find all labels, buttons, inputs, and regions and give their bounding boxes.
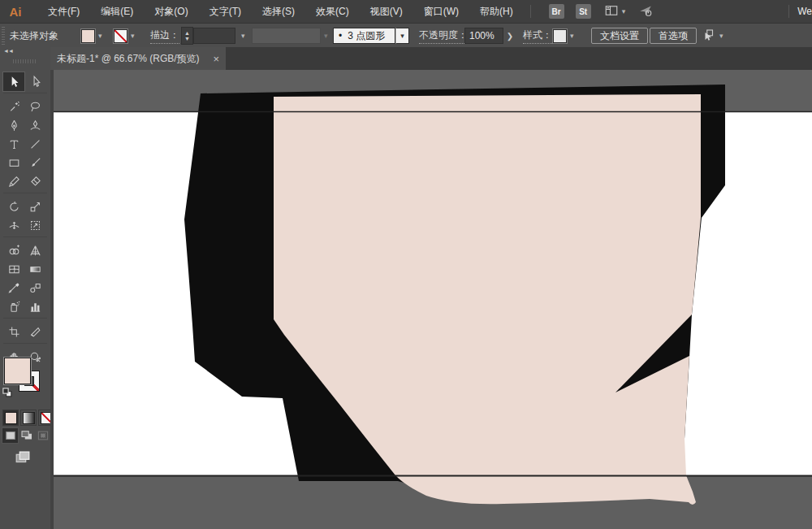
menu-item-window[interactable]: 窗口(W) xyxy=(413,0,469,24)
menu-item-select[interactable]: 选择(S) xyxy=(252,0,305,24)
stepper-up-icon[interactable]: ▲ xyxy=(184,30,190,36)
launch-button[interactable] xyxy=(638,3,653,20)
screen-mode-icon[interactable] xyxy=(14,449,35,466)
panel-grip[interactable] xyxy=(2,27,5,45)
workspace-name-truncated[interactable]: We xyxy=(797,6,812,17)
tool-curvature[interactable] xyxy=(24,116,45,135)
document-setup-button[interactable]: 文档设置 xyxy=(591,28,648,44)
chevron-down-icon[interactable]: ▾ xyxy=(719,32,723,40)
tool-eyedropper[interactable] xyxy=(3,279,24,297)
chevron-down-icon: ▾ xyxy=(324,32,328,40)
menu-item-type[interactable]: 文字(T) xyxy=(199,0,252,24)
style-swatch-control[interactable]: ▾ xyxy=(553,24,574,48)
menu-item-file[interactable]: 文件(F) xyxy=(37,0,90,24)
tool-gradient[interactable] xyxy=(24,260,45,279)
brush-name: 3 点圆形 xyxy=(348,29,385,43)
workspace-switcher-icon xyxy=(604,3,619,20)
select-similar-control[interactable]: ▾ xyxy=(702,24,723,48)
tool-rotate[interactable] xyxy=(3,197,24,216)
panel-grip[interactable] xyxy=(13,59,37,63)
draw-behind-icon[interactable] xyxy=(19,428,34,443)
fill-swatch[interactable] xyxy=(81,29,95,43)
tool-direct-selection[interactable] xyxy=(24,72,45,91)
tool-type[interactable] xyxy=(3,135,24,154)
stroke-color-control[interactable]: ▾ xyxy=(114,24,135,48)
tool-mesh[interactable] xyxy=(3,260,24,279)
chevron-down-icon[interactable]: ▾ xyxy=(241,32,245,40)
fill-color-control[interactable]: ▾ xyxy=(81,24,102,48)
color-button[interactable] xyxy=(2,410,19,426)
chevron-down-icon[interactable]: ▾ xyxy=(570,32,574,40)
tool-paintbrush[interactable] xyxy=(24,154,45,172)
opacity-label[interactable]: 不透明度： xyxy=(419,24,468,48)
default-fill-stroke-icon[interactable] xyxy=(2,387,13,398)
style-label[interactable]: 样式： xyxy=(523,24,552,48)
tool-artboard[interactable] xyxy=(3,323,24,341)
chevron-down-icon[interactable]: ▾ xyxy=(131,32,135,40)
stroke-weight-dropdown[interactable]: ▾ xyxy=(238,24,245,48)
select-similar-icon xyxy=(702,28,716,45)
tool-selection[interactable] xyxy=(3,72,24,91)
menu-item-effect[interactable]: 效果(C) xyxy=(305,0,360,24)
app-logo[interactable]: Ai xyxy=(3,5,28,19)
canvas-svg xyxy=(50,70,812,529)
tools-panel xyxy=(0,70,50,529)
bridge-button[interactable]: Br xyxy=(549,4,564,19)
document-tab[interactable]: 未标题-1* @ 66.67% (RGB/预览) × xyxy=(50,47,226,70)
document-tab-bar: ◄◄ 未标题-1* @ 66.67% (RGB/预览) × xyxy=(0,47,812,70)
launch-icon xyxy=(638,3,653,20)
swap-fill-stroke-icon[interactable] xyxy=(34,356,47,369)
menu-item-view[interactable]: 视图(V) xyxy=(360,0,413,24)
workspace xyxy=(0,70,812,529)
stroke-weight-stepper[interactable]: ▲ ▼ xyxy=(181,24,193,48)
menu-item-object[interactable]: 对象(O) xyxy=(144,0,198,24)
tool-line-segment[interactable] xyxy=(24,135,45,154)
chevron-down-icon[interactable]: ▾ xyxy=(395,28,409,44)
tools-grid xyxy=(3,72,47,366)
stroke-none-swatch[interactable] xyxy=(114,29,127,43)
fill-proxy-swatch[interactable] xyxy=(4,358,31,384)
tool-symbol-sprayer[interactable] xyxy=(3,297,24,316)
opacity-field[interactable]: 100% xyxy=(464,24,503,48)
brush-definition-dropdown[interactable]: • 3 点圆形 ▾ xyxy=(333,24,409,48)
chevron-down-icon[interactable]: ▾ xyxy=(98,32,102,40)
tool-pen[interactable] xyxy=(3,116,24,135)
variable-width-dropdown: ▾ xyxy=(252,24,328,48)
tool-lasso[interactable] xyxy=(24,98,45,116)
illustrator-window: Ai 文件(F)编辑(E)对象(O)文字(T)选择(S)效果(C)视图(V)窗口… xyxy=(0,0,812,529)
menu-bar: Ai 文件(F)编辑(E)对象(O)文字(T)选择(S)效果(C)视图(V)窗口… xyxy=(0,0,812,23)
menubar-divider xyxy=(530,5,531,18)
draw-inside-icon xyxy=(35,428,50,443)
drawing-modes-row xyxy=(2,428,50,443)
tool-scale[interactable] xyxy=(24,197,45,216)
tool-pencil[interactable] xyxy=(3,172,24,191)
menu-item-help[interactable]: 帮助(H) xyxy=(469,0,524,24)
panel-divider[interactable] xyxy=(50,70,54,529)
tool-eraser[interactable] xyxy=(24,172,45,191)
draw-normal-icon[interactable] xyxy=(2,428,18,443)
close-icon[interactable]: × xyxy=(213,53,219,65)
collapse-panel-button[interactable]: ◄◄ xyxy=(3,48,13,54)
tool-rectangle[interactable] xyxy=(3,154,24,172)
tool-perspective-grid[interactable] xyxy=(24,241,45,260)
canvas[interactable] xyxy=(50,70,812,529)
stroke-weight-label[interactable]: 描边： xyxy=(150,24,179,48)
style-swatch[interactable] xyxy=(553,29,567,43)
tool-shape-builder[interactable] xyxy=(3,241,24,260)
control-bar: 未选择对象 ▾ ▾ 描边： ▲ ▼ ▾ ▾ xyxy=(0,23,812,47)
stock-button[interactable]: St xyxy=(576,4,591,19)
gradient-button[interactable] xyxy=(20,410,37,426)
tool-magic-wand[interactable] xyxy=(3,98,24,116)
preferences-button[interactable]: 首选项 xyxy=(650,28,697,44)
workspace-switcher-button[interactable]: ▾ xyxy=(604,3,626,20)
opacity-more-button[interactable]: ❯ xyxy=(504,24,516,48)
chevron-down-icon: ▾ xyxy=(622,7,626,15)
tool-width[interactable] xyxy=(3,216,24,235)
tool-slice[interactable] xyxy=(24,323,45,341)
menu-item-edit[interactable]: 编辑(E) xyxy=(90,0,144,24)
tool-column-graph[interactable] xyxy=(24,297,45,316)
stroke-weight-field[interactable] xyxy=(193,24,235,48)
tool-blend[interactable] xyxy=(24,279,45,297)
tool-free-transform[interactable] xyxy=(24,216,45,235)
stepper-down-icon[interactable]: ▼ xyxy=(184,36,190,41)
